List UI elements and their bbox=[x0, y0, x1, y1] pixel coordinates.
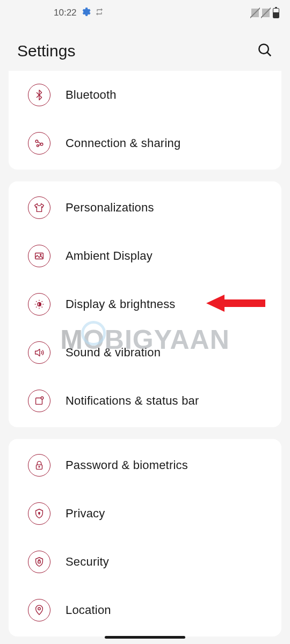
svg-marker-16 bbox=[206, 295, 265, 312]
setting-item-privacy[interactable]: Privacy bbox=[9, 489, 281, 538]
settings-group: Password & biometrics Privacy Security L… bbox=[9, 439, 281, 636]
brightness-icon bbox=[28, 293, 50, 316]
image-icon bbox=[28, 245, 50, 267]
svg-rect-23 bbox=[38, 561, 41, 563]
notifications-icon bbox=[28, 390, 50, 412]
setting-item-security[interactable]: Security bbox=[9, 538, 281, 586]
setting-item-sound-vibration[interactable]: Sound & vibration bbox=[9, 328, 281, 377]
bluetooth-icon bbox=[28, 84, 50, 106]
setting-label: Sound & vibration bbox=[66, 346, 161, 360]
highlight-arrow-icon bbox=[206, 292, 265, 316]
home-indicator[interactable] bbox=[105, 636, 185, 639]
svg-point-21 bbox=[39, 513, 40, 514]
svg-point-3 bbox=[40, 143, 43, 146]
setting-label: Password & biometrics bbox=[66, 458, 188, 472]
setting-label: Personalizations bbox=[66, 201, 154, 215]
setting-label: Privacy bbox=[66, 507, 105, 521]
connection-icon bbox=[28, 132, 50, 155]
svg-line-1 bbox=[267, 52, 271, 56]
setting-label: Location bbox=[66, 603, 111, 617]
svg-point-0 bbox=[259, 44, 269, 54]
setting-item-notifications[interactable]: Notifications & status bar bbox=[9, 377, 281, 425]
location-icon bbox=[28, 599, 50, 621]
svg-point-20 bbox=[39, 466, 40, 467]
status-time: 10:22 bbox=[54, 8, 77, 18]
setting-label: Connection & sharing bbox=[66, 136, 180, 150]
gear-icon bbox=[81, 7, 91, 19]
setting-item-password-biometrics[interactable]: Password & biometrics bbox=[9, 441, 281, 489]
svg-line-15 bbox=[42, 301, 42, 302]
settings-group: Bluetooth Connection & sharing bbox=[9, 71, 281, 170]
settings-header: Settings bbox=[0, 26, 290, 71]
settings-group: Personalizations Ambient Display Display… bbox=[9, 181, 281, 427]
setting-label: Ambient Display bbox=[66, 249, 153, 263]
sim-icon-1 bbox=[251, 9, 259, 17]
privacy-icon bbox=[28, 502, 50, 525]
battery-icon bbox=[273, 8, 279, 18]
status-right bbox=[251, 8, 279, 18]
setting-label: Bluetooth bbox=[66, 88, 117, 102]
svg-point-6 bbox=[40, 254, 41, 255]
setting-item-location[interactable]: Location bbox=[9, 586, 281, 634]
setting-item-bluetooth[interactable]: Bluetooth bbox=[9, 71, 281, 119]
page-title: Settings bbox=[17, 42, 75, 60]
svg-point-4 bbox=[37, 145, 39, 147]
svg-line-13 bbox=[42, 307, 42, 308]
setting-item-personalizations[interactable]: Personalizations bbox=[9, 184, 281, 232]
setting-label: Notifications & status bar bbox=[66, 394, 199, 408]
tshirt-icon bbox=[28, 196, 50, 219]
setting-item-connection-sharing[interactable]: Connection & sharing bbox=[9, 119, 281, 167]
svg-line-12 bbox=[36, 301, 37, 302]
svg-point-24 bbox=[38, 608, 41, 610]
svg-point-2 bbox=[35, 140, 38, 143]
sync-icon bbox=[95, 8, 104, 18]
sim-icon-2 bbox=[262, 9, 270, 17]
setting-item-ambient-display[interactable]: Ambient Display bbox=[9, 232, 281, 280]
svg-point-18 bbox=[41, 397, 44, 399]
security-icon bbox=[28, 551, 50, 573]
search-icon[interactable] bbox=[257, 42, 273, 60]
sound-icon bbox=[28, 341, 50, 364]
setting-label: Display & brightness bbox=[66, 297, 176, 311]
setting-label: Security bbox=[66, 555, 109, 569]
status-left: 10:22 bbox=[54, 7, 104, 19]
lock-icon bbox=[28, 454, 50, 477]
svg-line-14 bbox=[36, 307, 37, 308]
setting-item-display-brightness[interactable]: Display & brightness bbox=[9, 280, 281, 328]
status-bar: 10:22 bbox=[0, 0, 290, 26]
